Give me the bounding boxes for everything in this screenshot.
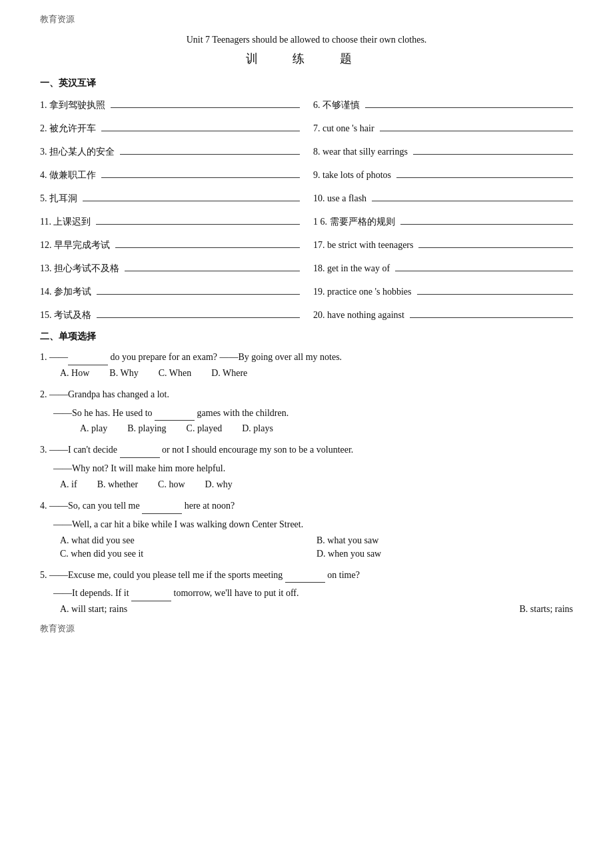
trans-item-7: 7. cut one 's hair [313,118,573,137]
trans-item-13: 13. 担心考试不及格 [40,258,300,277]
trans-item-2: 2. 被允许开车 [40,118,300,137]
mc-question-3: 3. ——I can't decide or not I should enco… [40,442,573,490]
trans-item-9: 9. take lots of photos [313,165,573,184]
trans-item-18: 18. get in the way of [313,258,573,277]
trans-item-19: 19. practice one 's hobbies [313,281,573,301]
mc-options-3: A. if B. whether C. how D. why [40,479,573,490]
trans-item-15: 15. 考试及格 [40,305,300,324]
section1-title: 一、英汉互译 [40,77,573,89]
trans-item-17: 17. be strict with teenagers [313,235,573,254]
mc-section: 1. —— do you prepare for an exam? ——By g… [40,349,573,615]
mc-options-2: A. play B. playing C. played D. plays [40,423,573,434]
trans-item-4: 4. 做兼职工作 [40,165,300,184]
section2-title: 二、单项选择 [40,331,573,343]
trans-item-1: 1. 拿到驾驶执照 [40,95,300,114]
mc-options-5: A. will start; rains B. starts; rains [40,604,573,615]
mc-question-1: 1. —— do you prepare for an exam? ——By g… [40,349,573,379]
main-title: Unit 7 Teenagers should be allowed to ch… [40,35,573,45]
mc-question-5: 5. ——Excuse me, could you please tell me… [40,567,573,615]
trans-item-11: 11. 上课迟到 [40,211,300,231]
trans-item-5: 5. 扎耳洞 [40,188,300,207]
trans-item-16: 1 6. 需要严格的规则 [313,211,573,231]
trans-item-14: 14. 参加考试 [40,281,300,301]
mc-question-2: 2. ——Grandpa has changed a lot. ——So he … [40,387,573,435]
trans-item-3: 3. 担心某人的安全 [40,141,300,161]
trans-item-10: 10. use a flash [313,188,573,207]
translation-grid: 1. 拿到驾驶执照 6. 不够谨慎 2. 被允许开车 7. cut one 's… [40,95,573,324]
mc-options-1: A. How B. Why C. When D. Where [40,368,573,379]
sub-title: 训 练 题 [40,51,573,67]
watermark-top: 教育资源 [40,13,573,25]
trans-item-8: 8. wear that silly earrings [313,141,573,161]
trans-item-6: 6. 不够谨慎 [313,95,573,114]
trans-item-20: 20. have nothing against [313,305,573,324]
trans-item-12: 12. 早早完成考试 [40,235,300,254]
mc-options-4: A. what did you see B. what you saw C. w… [40,535,573,559]
mc-question-4: 4. ——So, can you tell me here at noon? —… [40,498,573,559]
watermark-bottom: 教育资源 [40,623,573,635]
